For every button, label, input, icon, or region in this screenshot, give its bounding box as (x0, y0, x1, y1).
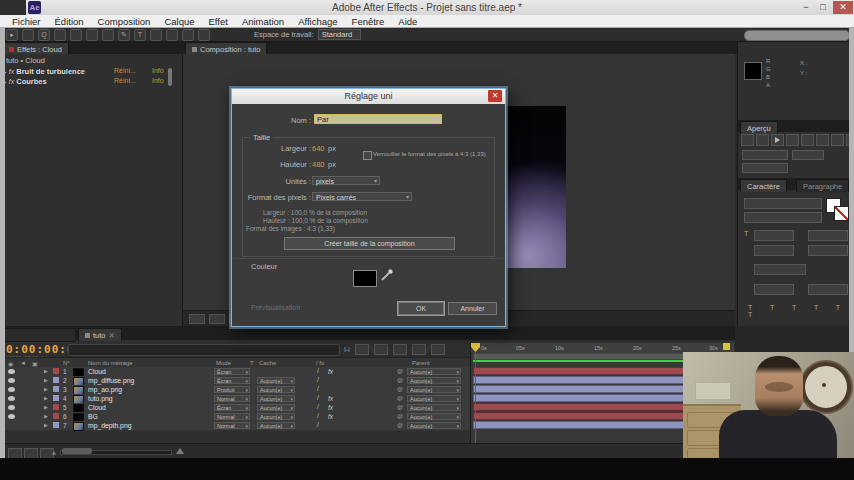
close-button[interactable]: ✕ (833, 1, 853, 14)
loop-button[interactable] (831, 134, 844, 146)
parent-dropdown[interactable]: Aucun(e) (407, 413, 461, 420)
comp-flowchart-icon[interactable] (431, 344, 445, 355)
stroke-width-dropdown[interactable] (754, 264, 806, 275)
switch-slash-icon[interactable]: / (317, 376, 319, 383)
eye-icon[interactable] (8, 369, 15, 374)
switch-slash-icon[interactable]: / (317, 394, 319, 401)
resolution-dropdown[interactable] (742, 163, 788, 173)
twirl-arrow-icon[interactable]: ▶ (44, 404, 48, 410)
twirl-arrow-icon[interactable]: ▶ (44, 368, 48, 374)
dialog-close-button[interactable]: ✕ (488, 90, 502, 102)
layer-name[interactable]: Cloud (88, 404, 106, 411)
effect-name[interactable]: Courbes (16, 77, 46, 86)
menu-aide[interactable]: Aide (398, 16, 417, 27)
render-queue-tab[interactable] (4, 328, 76, 342)
kerning-dropdown[interactable] (754, 245, 794, 256)
label-color-chip[interactable] (53, 422, 59, 428)
composition-image[interactable] (505, 106, 566, 268)
switch-slash-icon[interactable]: / (317, 421, 319, 428)
mode-dropdown[interactable]: Produit (214, 386, 250, 393)
trackmatte-dropdown[interactable]: Aucun(e) (257, 413, 295, 420)
trackmatte-dropdown[interactable]: Aucun(e) (257, 386, 295, 393)
tab-character[interactable]: Caractère (740, 179, 787, 192)
font-family-dropdown[interactable] (744, 198, 822, 209)
puppet-tool-icon[interactable] (198, 29, 210, 41)
menu-edition[interactable]: Édition (55, 16, 84, 27)
mask-tool-icon[interactable] (102, 29, 114, 41)
effect-row[interactable]: ▶ fx Bruit de turbulence Réini... Info (2, 67, 180, 77)
menu-composition[interactable]: Composition (98, 16, 151, 27)
switch-slash-icon[interactable]: / (317, 403, 319, 410)
parent-header[interactable]: Parent (412, 360, 430, 366)
tab-close-icon[interactable]: ✕ (109, 330, 115, 341)
parent-dropdown[interactable]: Aucun(e) (407, 386, 461, 393)
maximize-button[interactable]: □ (815, 1, 831, 14)
twirl-arrow-icon[interactable]: ▶ (44, 395, 48, 401)
first-frame-button[interactable] (741, 134, 754, 146)
dialog-title[interactable]: Réglage uni (232, 89, 505, 104)
magnification-dropdown[interactable] (189, 314, 205, 324)
trackmatte-dropdown[interactable]: Aucun(e) (257, 377, 295, 384)
twirl-arrow-icon[interactable]: ▶ (44, 413, 48, 419)
effect-reset-link[interactable]: Réini... (114, 67, 136, 74)
minimize-button[interactable]: − (798, 1, 814, 14)
effect-breadcrumb[interactable]: tuto • Cloud (6, 56, 45, 65)
menu-fichier[interactable]: Fichier (12, 16, 41, 27)
menu-calque[interactable]: Calque (164, 16, 194, 27)
eye-icon[interactable] (8, 387, 15, 392)
zoom-out-mountain-icon[interactable] (52, 451, 57, 455)
menu-fenetre[interactable]: Fenêtre (352, 16, 385, 27)
eyedropper-icon[interactable] (380, 268, 394, 282)
effect-info-link[interactable]: Info (152, 77, 164, 84)
source-name-header[interactable]: Nom du métrage (88, 360, 133, 366)
layer-name[interactable]: mp_ao.png (88, 386, 122, 393)
workspace-dropdown[interactable]: Standard (318, 29, 361, 40)
label-color-chip[interactable] (53, 404, 59, 410)
trackmatte-dropdown[interactable]: Aucun(e) (257, 404, 295, 411)
mode-dropdown[interactable]: Écran (214, 368, 250, 375)
layer-name[interactable]: BG (88, 413, 98, 420)
menu-affichage[interactable]: Affichage (298, 16, 337, 27)
previous-frame-button[interactable] (756, 134, 769, 146)
grid-options-icon[interactable] (209, 314, 225, 324)
parent-pickwhip-icon[interactable]: @ (397, 377, 403, 383)
parent-pickwhip-icon[interactable]: @ (397, 404, 403, 410)
mode-dropdown[interactable]: Normal (214, 413, 250, 420)
framerate-dropdown[interactable] (742, 150, 788, 160)
stroke-color-swatch[interactable] (834, 206, 849, 221)
mode-dropdown[interactable]: Écran (214, 404, 250, 411)
timeline-search-input[interactable] (68, 344, 340, 356)
eye-icon[interactable] (8, 405, 15, 410)
motion-blur-icon[interactable] (374, 344, 388, 355)
table-row[interactable]: ▶ 7 mp_depth.png Normal Aucun(e) / @ Auc… (0, 421, 470, 431)
brush-tool-icon[interactable] (150, 29, 162, 41)
tracking-dropdown[interactable] (808, 245, 848, 256)
trackmatte-dropdown[interactable]: Aucun(e) (257, 395, 295, 402)
solid-name-input[interactable] (314, 114, 442, 124)
layer-number-header[interactable]: N° (63, 360, 70, 366)
effect-name[interactable]: Bruit de turbulence (16, 67, 85, 76)
layer-name[interactable]: mp_diffuse.png (88, 377, 134, 384)
switch-slash-icon[interactable]: / (317, 385, 319, 392)
eye-icon[interactable] (8, 414, 15, 419)
eraser-tool-icon[interactable] (182, 29, 194, 41)
parent-dropdown[interactable]: Aucun(e) (407, 368, 461, 375)
trackmatte-header[interactable]: Cache (259, 360, 276, 366)
t-header[interactable]: T (250, 360, 254, 366)
twirl-arrow-icon[interactable]: ▶ (44, 422, 48, 428)
trackmatte-dropdown[interactable]: Aucun(e) (257, 422, 295, 429)
font-style-dropdown[interactable] (744, 212, 822, 223)
parent-pickwhip-icon[interactable]: @ (397, 395, 403, 401)
effect-info-link[interactable]: Info (152, 67, 164, 74)
zoom-tool-icon[interactable]: Q (38, 29, 50, 41)
last-frame-button[interactable] (801, 134, 814, 146)
help-search-input[interactable] (744, 30, 850, 41)
layer-name[interactable]: tuto.png (88, 395, 113, 402)
scrollbar[interactable] (168, 68, 172, 86)
pixel-aspect-dropdown[interactable]: Pixels carrés (312, 192, 412, 201)
rotate-tool-icon[interactable] (54, 29, 66, 41)
lock-aspect-checkbox[interactable] (363, 151, 372, 160)
eye-icon[interactable] (8, 396, 15, 401)
eye-icon[interactable] (8, 378, 15, 383)
mode-dropdown[interactable]: Écran (214, 377, 250, 384)
